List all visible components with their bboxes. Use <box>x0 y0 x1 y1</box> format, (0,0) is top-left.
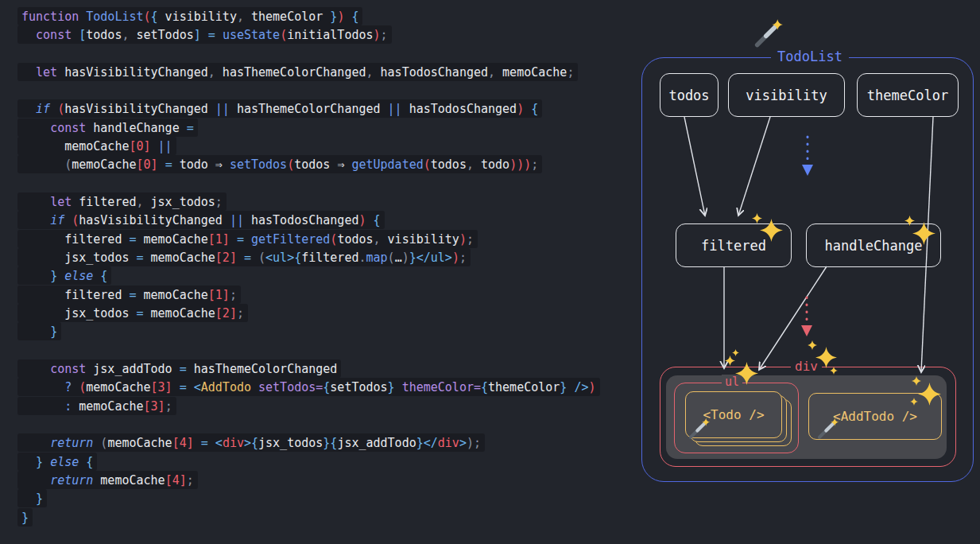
sparkles-icon <box>735 362 758 385</box>
sparkles-icon <box>912 222 935 245</box>
dependency-arrows <box>0 0 980 544</box>
magic-wand-icon <box>687 417 711 441</box>
sparkles-icon <box>725 356 735 366</box>
slide: function TodoList({ visibility, themeCol… <box>0 0 980 544</box>
sparkles-icon <box>830 367 838 375</box>
magic-wand-icon <box>815 417 839 441</box>
arrow-visibility-to-filtered <box>738 117 770 216</box>
sparkles-icon <box>918 383 941 406</box>
dotted-arrow-red-head <box>801 325 812 336</box>
magic-wand-icon <box>752 17 784 49</box>
sparkles-icon <box>760 219 783 242</box>
sparkles-icon <box>815 347 837 368</box>
sparkles-icon <box>910 398 918 406</box>
arrow-todos-to-filtered <box>684 117 705 216</box>
memoization-diagram: TodoList todos visibility themeColor fil… <box>0 0 980 544</box>
dotted-arrow-blue-head <box>802 165 813 176</box>
